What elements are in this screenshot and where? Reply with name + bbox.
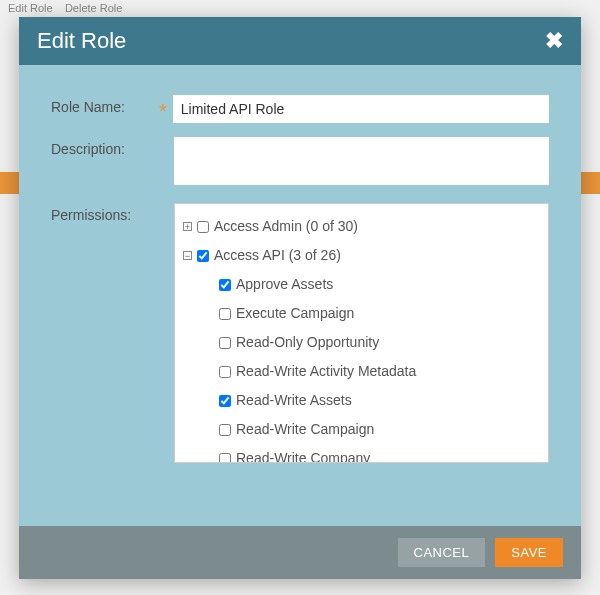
save-button[interactable]: SAVE <box>495 538 563 567</box>
tree-label: Approve Assets <box>236 274 333 295</box>
dialog-body: Role Name: * Description: Permissions: <box>19 65 581 526</box>
tree-label: Access Admin (0 of 30) <box>214 216 358 237</box>
permissions-row: Permissions: + Access Admin (0 of 30) − … <box>51 203 549 463</box>
tree-label: Read-Write Company <box>236 448 370 463</box>
tree-label: Access API (3 of 26) <box>214 245 341 266</box>
checkbox-read-write-activity[interactable] <box>219 366 231 378</box>
tree-item-execute-campaign[interactable]: Execute Campaign <box>181 299 542 328</box>
tree-item-access-api[interactable]: − Access API (3 of 26) <box>181 241 542 270</box>
collapse-icon[interactable]: − <box>183 251 192 260</box>
edit-role-dialog: Edit Role ✖ Role Name: * Description: Pe… <box>19 17 581 579</box>
required-star-icon: * <box>159 95 167 121</box>
checkbox-read-write-assets[interactable] <box>219 395 231 407</box>
page-backdrop: Edit Role Delete Role Edit Role ✖ Role N… <box>0 0 600 595</box>
checkbox-read-only-opportunity[interactable] <box>219 337 231 349</box>
description-row: Description: <box>51 137 549 189</box>
dialog-title: Edit Role <box>37 28 126 54</box>
permissions-tree[interactable]: + Access Admin (0 of 30) − Access API (3… <box>174 203 549 463</box>
checkbox-read-write-company[interactable] <box>219 453 231 464</box>
checkbox-execute-campaign[interactable] <box>219 308 231 320</box>
tree-label: Read-Write Activity Metadata <box>236 361 416 382</box>
checkbox-access-admin[interactable] <box>197 221 209 233</box>
bg-delete-role: Delete Role <box>65 2 122 14</box>
tree-label: Execute Campaign <box>236 303 354 324</box>
bg-toolbar: Edit Role Delete Role <box>0 0 130 16</box>
role-name-row: Role Name: * <box>51 95 549 123</box>
checkbox-approve-assets[interactable] <box>219 279 231 291</box>
role-name-label: Role Name: <box>51 95 159 115</box>
tree-label: Read-Write Campaign <box>236 419 374 440</box>
close-icon[interactable]: ✖ <box>545 30 563 52</box>
tree-item-read-only-opportunity[interactable]: Read-Only Opportunity <box>181 328 542 357</box>
tree-label: Read-Write Assets <box>236 390 352 411</box>
expand-icon[interactable]: + <box>183 222 192 231</box>
tree-item-read-write-company[interactable]: Read-Write Company <box>181 444 542 463</box>
bg-edit-role: Edit Role <box>8 2 53 14</box>
tree-item-access-admin[interactable]: + Access Admin (0 of 30) <box>181 212 542 241</box>
cancel-button[interactable]: CANCEL <box>398 538 486 567</box>
permissions-label: Permissions: <box>51 203 159 223</box>
tree-item-approve-assets[interactable]: Approve Assets <box>181 270 542 299</box>
dialog-footer: CANCEL SAVE <box>19 526 581 579</box>
checkbox-access-api[interactable] <box>197 250 209 262</box>
dialog-header: Edit Role ✖ <box>19 17 581 65</box>
role-name-input[interactable] <box>173 95 549 123</box>
tree-label: Read-Only Opportunity <box>236 332 379 353</box>
description-label: Description: <box>51 137 159 157</box>
tree-item-read-write-assets[interactable]: Read-Write Assets <box>181 386 542 415</box>
description-input[interactable] <box>174 137 549 185</box>
tree-item-read-write-activity[interactable]: Read-Write Activity Metadata <box>181 357 542 386</box>
checkbox-read-write-campaign[interactable] <box>219 424 231 436</box>
tree-item-read-write-campaign[interactable]: Read-Write Campaign <box>181 415 542 444</box>
